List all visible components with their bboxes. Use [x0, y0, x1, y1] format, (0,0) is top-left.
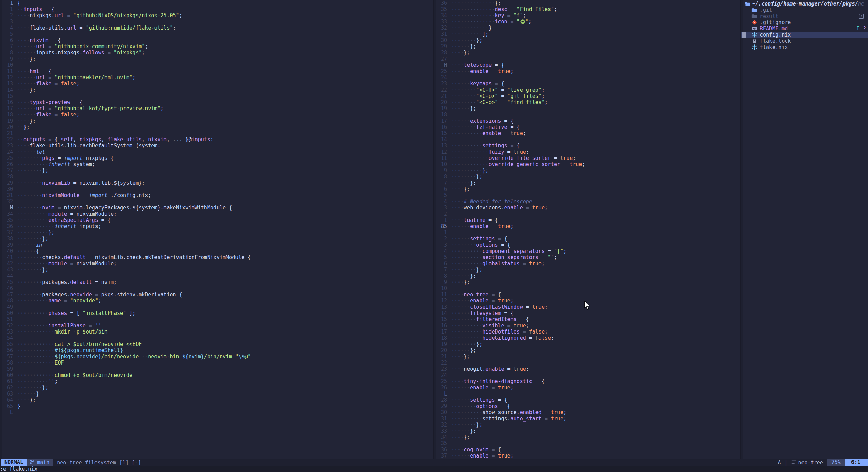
code-line[interactable]: 64····); — [0, 397, 433, 403]
code-line[interactable]: 37······enable = true; — [434, 453, 741, 459]
code-line[interactable]: 34··············key = "f"; — [434, 12, 741, 19]
code-line[interactable]: 53············mkdir -p $out/bin — [0, 329, 433, 335]
code-line[interactable]: 8········}; — [434, 174, 741, 180]
code-line[interactable]: 18··········hideGitignored = false; — [434, 335, 741, 341]
code-line[interactable]: 29········options = { — [434, 403, 741, 409]
code-line[interactable]: 30 — [0, 186, 433, 192]
code-line[interactable]: 36··············}; — [434, 0, 741, 6]
code-line[interactable]: 9····}; — [434, 279, 741, 285]
code-line[interactable]: 63······} — [0, 391, 433, 397]
code-line[interactable]: 9····}; — [0, 56, 433, 62]
code-line[interactable]: 16········fzf-native = { — [434, 124, 741, 130]
code-line[interactable]: 27········}; — [0, 167, 433, 174]
code-line[interactable] — [0, 434, 433, 440]
tree-item-config.nix[interactable]: config.nix — [741, 32, 868, 38]
code-line[interactable]: 38········}; — [0, 236, 433, 242]
code-line[interactable]: 54 — [0, 335, 433, 341]
code-line[interactable]: 34··········module = nixvimModule; — [0, 211, 433, 217]
code-line[interactable]: 50··········phases = [ "installPhase" ]; — [0, 310, 433, 316]
code-line[interactable]: 61··········''; — [0, 378, 433, 384]
code-line[interactable]: 52··········installPhase = '' — [0, 322, 433, 329]
tree-item-.gitignore[interactable]: .gitignore — [741, 19, 868, 25]
code-line[interactable]: 9··········}; — [434, 167, 741, 174]
code-line[interactable]: 13··········settings = { — [434, 143, 741, 149]
code-line[interactable]: 34····}; — [434, 434, 741, 440]
code-line[interactable]: 6····nixvim = { — [0, 37, 433, 43]
code-line[interactable]: 33··············icon = ""; — [434, 19, 741, 25]
code-line[interactable]: 10 — [434, 285, 741, 291]
code-line[interactable]: 2······settings = { — [434, 236, 741, 242]
code-line[interactable]: 11············override_file_sorter = tru… — [434, 155, 741, 161]
code-line[interactable]: 6····}; — [434, 186, 741, 192]
code-line[interactable]: 85······enable = true; — [434, 223, 741, 229]
code-line[interactable]: 31··········settings.auto_start = true; — [434, 415, 741, 422]
code-line[interactable]: 1····lualine = { — [434, 217, 741, 223]
code-line[interactable]: 27 — [434, 56, 741, 62]
code-line[interactable]: 21····}; — [434, 353, 741, 360]
code-line[interactable]: 24······let — [0, 149, 433, 155]
code-line[interactable]: 8······inputs.nixpkgs.follows = "nixpkgs… — [0, 50, 433, 56]
code-line[interactable]: 26······enable = true; — [434, 384, 741, 391]
code-line[interactable]: 4··········component_separators = "|"; — [434, 248, 741, 254]
code-line[interactable]: 33······}; — [434, 428, 741, 434]
code-line[interactable]: 2····nixpkgs.url = "github:NixOS/nixpkgs… — [0, 12, 433, 19]
code-line[interactable]: 39······in — [0, 242, 433, 248]
code-line[interactable]: 58············EOF — [0, 360, 433, 366]
code-line[interactable]: 20········"<C-o>" = "find_files"; — [434, 99, 741, 105]
code-line[interactable]: 1 — [434, 229, 741, 236]
code-line[interactable]: 28······settings = { — [434, 397, 741, 403]
code-line[interactable]: 25········pkgs = import nixpkgs { — [0, 155, 433, 161]
code-line[interactable]: L — [0, 409, 433, 415]
code-line[interactable] — [0, 422, 433, 428]
tree-item-result[interactable]: result — [741, 13, 868, 19]
code-line[interactable]: 12············fuzzy = true; — [434, 149, 741, 155]
code-line[interactable]: 59 — [0, 366, 433, 372]
code-line[interactable]: 24 — [434, 74, 741, 81]
code-line[interactable]: 19········}; — [434, 341, 741, 347]
code-line[interactable]: 15··········enable = true; — [434, 130, 741, 136]
code-line[interactable]: 40······{ — [0, 248, 433, 254]
code-line[interactable]: 16····typst-preview = { — [0, 99, 433, 105]
code-line[interactable] — [0, 440, 433, 447]
code-line[interactable]: 3····web-devicons.enable = true; — [434, 205, 741, 211]
code-line[interactable]: 20······}; — [434, 347, 741, 353]
code-line[interactable]: 46 — [0, 285, 433, 291]
code-line[interactable]: 62········}; — [0, 384, 433, 391]
code-line[interactable]: 7······url = "github:nix-community/nixvi… — [0, 43, 433, 50]
code-line[interactable]: 2 — [434, 211, 741, 217]
code-line[interactable]: 21 — [0, 130, 433, 136]
code-line[interactable]: 12······url = "github:mawkler/hml.nvim"; — [0, 74, 433, 81]
code-line[interactable]: 16··········visible = true; — [434, 322, 741, 329]
code-line[interactable]: 37··········}; — [0, 229, 433, 236]
code-line[interactable]: L — [434, 391, 741, 397]
editor-pane-flake-nix[interactable]: 1{1··inputs = {2····nixpkgs.url = "githu… — [0, 0, 433, 459]
code-line[interactable]: 35··········extraSpecialArgs = { — [0, 217, 433, 223]
code-line[interactable]: 4····flake-utils.url = "github:numtide/f… — [0, 25, 433, 31]
code-line[interactable]: 19····}; — [0, 118, 433, 124]
code-line[interactable]: 32 — [0, 198, 433, 205]
code-line[interactable]: 57············${pkgs.neovide}/bin/neovid… — [0, 353, 433, 360]
code-line[interactable]: 31··········]; — [434, 31, 741, 37]
code-line[interactable]: 8······}; — [434, 273, 741, 279]
code-line[interactable]: 65} — [0, 403, 433, 409]
code-line[interactable]: 26··········inherit system; — [0, 161, 433, 167]
code-line[interactable]: 17··········hideDotfiles = false; — [434, 329, 741, 335]
editor-pane-config-nix[interactable]: 36··············};35··············desc =… — [433, 0, 741, 459]
code-line[interactable] — [0, 453, 433, 459]
code-line[interactable]: 29······}; — [434, 43, 741, 50]
code-line[interactable]: 36············inherit inputs; — [0, 223, 433, 229]
code-line[interactable]: 3 — [0, 19, 433, 25]
code-line[interactable]: 22 — [434, 360, 741, 366]
tree-item-flake.lock[interactable]: flake.lock — [741, 38, 868, 44]
code-line[interactable]: 6··········globalstatus = true; — [434, 260, 741, 267]
code-line[interactable]: 60············chmod +x $out/bin/neovide — [0, 372, 433, 378]
neo-tree-panel[interactable]: ~/.config/home-manager/other/pkgs/ne.git… — [740, 0, 868, 459]
code-line[interactable]: 55············cat > $out/bin/neovide <<E… — [0, 341, 433, 347]
code-line[interactable]: 44 — [0, 273, 433, 279]
code-line[interactable]: 32············} — [434, 25, 741, 31]
code-line[interactable]: 4····# Needed for telescope — [434, 198, 741, 205]
code-line[interactable]: H····telescope = { — [434, 62, 741, 68]
code-line[interactable]: 5 — [0, 31, 433, 37]
code-line[interactable]: 3········options = { — [434, 242, 741, 248]
code-line[interactable]: M········nvim = nixvim.legacyPackages.${… — [0, 205, 433, 211]
